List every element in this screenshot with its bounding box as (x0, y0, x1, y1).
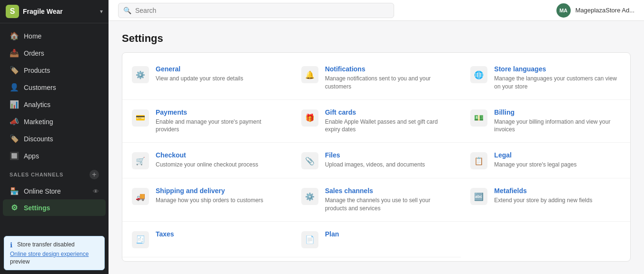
analytics-icon: 📊 (10, 100, 19, 109)
store-transfer-notice: ℹ Store transfer disabled Online store d… (4, 236, 105, 270)
metafields-content: Metafields Extend your store by adding n… (494, 187, 621, 205)
metafields-icon: 🔤 (470, 188, 487, 205)
search-bar[interactable]: 🔍 (118, 3, 394, 18)
plan-icon: 📄 (301, 231, 318, 248)
files-icon: 📎 (301, 152, 318, 169)
eye-icon: 👁 (93, 188, 99, 195)
general-desc: View and update your store details (156, 75, 282, 83)
avatar: MA (556, 3, 571, 18)
files-title: Files (325, 151, 452, 159)
channel-label: Online Store (24, 187, 61, 195)
topbar-right: MA MageplazaStore Ad... (556, 3, 634, 18)
settings-item-sales-channels[interactable]: ⚙️ Sales channels Manage the channels yo… (292, 178, 461, 222)
checkout-content: Checkout Customize your online checkout … (156, 151, 282, 169)
search-icon: 🔍 (123, 7, 131, 14)
settings-item-general[interactable]: ⚙️ General View and update your store de… (122, 57, 292, 100)
settings-item-taxes[interactable]: 🧾 Taxes (122, 222, 292, 257)
settings-item-notifications[interactable]: 🔔 Notifications Manage notifications sen… (292, 57, 461, 100)
sidebar-item-label: Analytics (24, 101, 50, 108)
settings-icon: ⚙ (10, 203, 19, 212)
sidebar-header[interactable]: S Fragile Wear ▾ (0, 0, 109, 23)
billing-icon: 💵 (470, 109, 487, 127)
sidebar-item-apps[interactable]: 🔲 Apps (3, 147, 106, 164)
search-input[interactable] (135, 7, 389, 14)
chevron-down-icon: ▾ (100, 8, 103, 15)
settings-label: Settings (24, 204, 50, 212)
checkout-title: Checkout (156, 151, 282, 159)
sidebar-item-label: Marketing (24, 118, 53, 126)
legal-title: Legal (494, 151, 621, 159)
files-desc: Upload images, videos, and documents (325, 161, 452, 169)
plan-content: Plan (325, 230, 452, 240)
notifications-content: Notifications Manage notifications sent … (325, 65, 452, 91)
metafields-desc: Extend your store by adding new fields (494, 196, 621, 205)
metafields-title: Metafields (494, 187, 621, 195)
sidebar-item-orders[interactable]: 📥 Orders (3, 45, 106, 61)
main-content: 🔍 MA MageplazaStore Ad... Settings ⚙️ Ge… (109, 0, 644, 274)
sales-channels-icon: ⚙️ (301, 188, 318, 205)
store-languages-icon: 🌐 (470, 66, 487, 83)
sidebar-item-customers[interactable]: 👤 Customers (3, 79, 106, 96)
sidebar-item-marketing[interactable]: 📣 Marketing (3, 113, 106, 130)
gift-cards-title: Gift cards (325, 108, 452, 116)
files-content: Files Upload images, videos, and documen… (325, 151, 452, 169)
add-channel-button[interactable]: + (89, 170, 99, 179)
settings-item-legal[interactable]: 📋 Legal Manage your store's legal pages (461, 143, 630, 178)
page-title: Settings (122, 32, 631, 45)
gift-cards-icon: 🎁 (301, 109, 318, 127)
settings-item-shipping[interactable]: 🚚 Shipping and delivery Manage how you s… (122, 178, 292, 222)
settings-grid: ⚙️ General View and update your store de… (122, 57, 630, 257)
store-name: Fragile Wear (23, 8, 96, 15)
settings-item-checkout[interactable]: 🛒 Checkout Customize your online checkou… (122, 143, 292, 178)
sidebar-item-label: Customers (24, 84, 56, 91)
store-languages-content: Store languages Manage the languages you… (494, 65, 621, 91)
settings-item-files[interactable]: 📎 Files Upload images, videos, and docum… (292, 143, 461, 178)
settings-item-billing[interactable]: 💵 Billing Manage your billing informatio… (461, 100, 630, 143)
settings-item-metafields[interactable]: 🔤 Metafields Extend your store by adding… (461, 178, 630, 222)
home-icon: 🏠 (10, 31, 19, 40)
sales-channels-title: Sales channels (325, 187, 452, 195)
sales-channels-content: Sales channels Manage the channels you u… (325, 187, 452, 213)
checkout-icon: 🛒 (132, 152, 149, 169)
shopify-logo-icon: S (6, 5, 19, 18)
general-icon: ⚙️ (132, 66, 149, 83)
sidebar: S Fragile Wear ▾ 🏠 Home 📥 Orders 🏷️ Prod… (0, 0, 109, 274)
billing-title: Billing (494, 108, 621, 116)
notifications-icon: 🔔 (301, 66, 318, 83)
sidebar-item-discounts[interactable]: 🏷️ Discounts (3, 130, 106, 147)
gift-cards-desc: Enable Apple Wallet passes and set gift … (325, 118, 452, 134)
sidebar-item-analytics[interactable]: 📊 Analytics (3, 96, 106, 113)
user-name: MageplazaStore Ad... (575, 7, 634, 14)
settings-page: Settings ⚙️ General View and update your… (109, 21, 644, 274)
legal-icon: 📋 (470, 152, 487, 169)
taxes-content: Taxes (156, 230, 282, 240)
sales-channels-desc: Manage the channels you use to sell your… (325, 196, 452, 213)
notifications-title: Notifications (325, 65, 452, 73)
settings-card: ⚙️ General View and update your store de… (122, 52, 631, 262)
sidebar-item-settings[interactable]: ⚙ Settings (3, 199, 106, 216)
settings-item-plan[interactable]: 📄 Plan (292, 222, 461, 257)
online-store-link[interactable]: Online store design experience (10, 251, 89, 257)
sidebar-item-home[interactable]: 🏠 Home (3, 28, 106, 44)
sidebar-item-products[interactable]: 🏷️ Products (3, 62, 106, 78)
sales-channels-label: SALES CHANNELS (10, 172, 89, 177)
marketing-icon: 📣 (10, 117, 19, 126)
settings-item-payments[interactable]: 💳 Payments Enable and manage your store'… (122, 100, 292, 143)
taxes-title: Taxes (156, 230, 282, 238)
channel-item-online-store[interactable]: 🏪 Online Store 👁 (3, 184, 106, 199)
shipping-title: Shipping and delivery (156, 187, 282, 195)
customers-icon: 👤 (10, 83, 19, 92)
info-icon: ℹ (10, 241, 12, 249)
payments-icon: 💳 (132, 109, 149, 127)
general-content: General View and update your store detai… (156, 65, 282, 83)
sidebar-nav: 🏠 Home 📥 Orders 🏷️ Products 👤 Customers … (0, 23, 109, 232)
settings-item-store-languages[interactable]: 🌐 Store languages Manage the languages y… (461, 57, 630, 100)
sidebar-item-label: Products (24, 67, 50, 74)
shipping-desc: Manage how you ship orders to customers (156, 196, 282, 205)
legal-desc: Manage your store's legal pages (494, 161, 621, 169)
payments-desc: Enable and manage your store's payment p… (156, 118, 282, 134)
store-languages-desc: Manage the languages your customers can … (494, 75, 621, 91)
sidebar-item-label: Discounts (24, 135, 53, 143)
settings-item-gift-cards[interactable]: 🎁 Gift cards Enable Apple Wallet passes … (292, 100, 461, 143)
taxes-icon: 🧾 (132, 231, 149, 248)
